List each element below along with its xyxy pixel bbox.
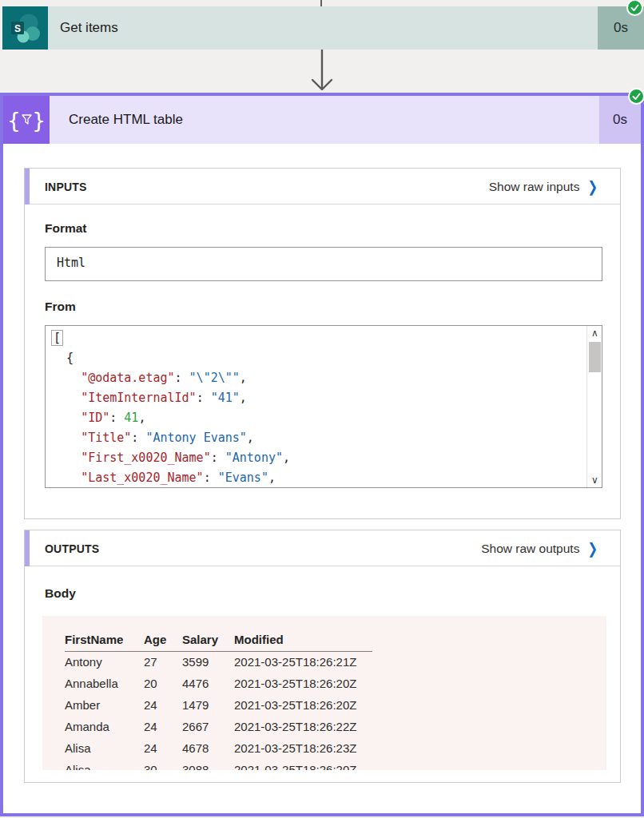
table-cell: Alisa [65, 759, 144, 770]
table-cell: 4678 [182, 737, 234, 759]
format-label: Format [45, 221, 87, 236]
table-cell: Amber [65, 694, 144, 716]
table-cell: Alisa [65, 737, 144, 759]
code-line: "ID": 41, [52, 408, 583, 428]
code-line: "ItemInternalId": "41", [52, 388, 583, 408]
show-raw-outputs-link[interactable]: Show raw outputs ❯ [481, 530, 598, 566]
table-header-cell: Age [144, 629, 182, 651]
code-line: "First_x0020_Name": "Antony", [52, 448, 583, 468]
table-cell: 2021-03-25T18:26:20Z [234, 694, 372, 716]
table-cell: 3088 [182, 759, 234, 770]
table-row: Annabella2044762021-03-25T18:26:20Z [65, 673, 372, 694]
table-cell: 24 [144, 737, 182, 759]
code-line: "Last_x0020_Name": "Evans", [52, 468, 583, 487]
get-items-title: Get items [60, 6, 118, 50]
outputs-heading: OUTPUTS [45, 530, 99, 566]
inputs-accent-bar [25, 169, 30, 204]
from-label: From [45, 300, 76, 314]
get-items-header[interactable] [48, 6, 598, 50]
body-output-block: FirstNameAgeSalaryModified Antony2735992… [42, 616, 606, 770]
scrollbar-thumb[interactable] [589, 342, 601, 372]
table-header-cell: FirstName [65, 629, 144, 651]
table-cell: 30 [144, 759, 182, 770]
outputs-section: OUTPUTS Show raw outputs ❯ Body FirstNam… [24, 530, 621, 783]
table-cell: 2021-03-25T18:26:22Z [234, 716, 372, 737]
scroll-down-icon[interactable]: ∨ [587, 473, 602, 487]
output-table-body: Antony2735992021-03-25T18:26:21ZAnnabell… [65, 651, 372, 770]
action-get-items[interactable]: S Get items 0s [0, 6, 644, 50]
chevron-right-icon: ❯ [587, 177, 598, 196]
data-operations-icon: {} [3, 96, 50, 144]
table-cell: 24 [144, 694, 182, 716]
table-cell: 2021-03-25T18:26:23Z [234, 737, 372, 759]
checkmark-success-icon [626, 0, 643, 16]
table-cell: 20 [144, 673, 182, 694]
table-row: Alisa3030882021-03-25T18:26:20Z [65, 759, 372, 770]
arrow-down-icon [309, 50, 335, 94]
chevron-right-icon: ❯ [587, 539, 598, 558]
output-table-head: FirstNameAgeSalaryModified [65, 629, 372, 651]
format-value-field[interactable]: Html [45, 247, 602, 281]
table-cell: Amanda [65, 716, 144, 737]
action-create-html-table: {} Create HTML table 0s INPUTS Show raw … [0, 93, 644, 816]
create-html-table-header[interactable]: {} Create HTML table 0s [3, 96, 641, 144]
table-row: Antony2735992021-03-25T18:26:21Z [65, 651, 372, 673]
from-code-viewer[interactable]: [ { "@odata.etag": "\"2\"", "ItemInterna… [45, 325, 602, 488]
code-line: [ [52, 328, 583, 348]
table-row: Amanda2426672021-03-25T18:26:22Z [65, 716, 372, 737]
scroll-up-icon[interactable]: ∧ [587, 326, 602, 340]
table-cell: 2667 [182, 716, 234, 737]
code-line: "Title": "Antony Evans", [52, 428, 583, 448]
checkmark-success-icon [628, 88, 644, 105]
table-cell: 3599 [182, 651, 234, 673]
table-row: Amber2414792021-03-25T18:26:20Z [65, 694, 372, 716]
create-html-table-duration: 0s [613, 112, 627, 128]
connector-line-top [320, 0, 322, 6]
outputs-accent-bar [25, 530, 30, 566]
show-raw-inputs-label: Show raw inputs [489, 180, 580, 194]
inputs-section: INPUTS Show raw inputs ❯ Format Html Fro… [24, 168, 621, 519]
sharepoint-icon: S [2, 6, 48, 50]
table-cell: 24 [144, 716, 182, 737]
output-table: FirstNameAgeSalaryModified Antony2735992… [65, 629, 372, 770]
show-raw-outputs-label: Show raw outputs [481, 542, 579, 556]
table-row: Alisa2446782021-03-25T18:26:23Z [65, 737, 372, 759]
code-line: { [52, 348, 583, 368]
inputs-section-header: INPUTS Show raw inputs ❯ [25, 169, 620, 204]
code-line: "@odata.etag": "\"2\"", [52, 368, 583, 388]
scrollbar[interactable]: ∧ ∨ [586, 326, 602, 487]
outputs-section-header: OUTPUTS Show raw outputs ❯ [25, 530, 620, 566]
show-raw-inputs-link[interactable]: Show raw inputs ❯ [489, 169, 598, 204]
table-cell: Antony [65, 651, 144, 673]
table-header-cell: Salary [182, 629, 234, 651]
table-cell: 1479 [182, 694, 234, 716]
from-code-content: [ { "@odata.etag": "\"2\"", "ItemInterna… [46, 326, 586, 487]
svg-text:S: S [14, 23, 20, 34]
create-html-table-title: Create HTML table [69, 96, 183, 144]
get-items-duration: 0s [614, 20, 628, 36]
table-header-cell: Modified [234, 629, 372, 651]
table-cell: 2021-03-25T18:26:20Z [234, 673, 372, 694]
table-cell: 27 [144, 651, 182, 673]
table-cell: 4476 [182, 673, 234, 694]
table-cell: Annabella [65, 673, 144, 694]
table-cell: 2021-03-25T18:26:21Z [234, 651, 372, 673]
table-cell: 2021-03-25T18:26:20Z [234, 759, 372, 770]
body-label: Body [45, 586, 76, 601]
inputs-heading: INPUTS [45, 169, 87, 204]
flow-run-canvas: S Get items 0s {} Create HTML table 0s [0, 0, 644, 818]
table-header-row: FirstNameAgeSalaryModified [65, 629, 372, 651]
